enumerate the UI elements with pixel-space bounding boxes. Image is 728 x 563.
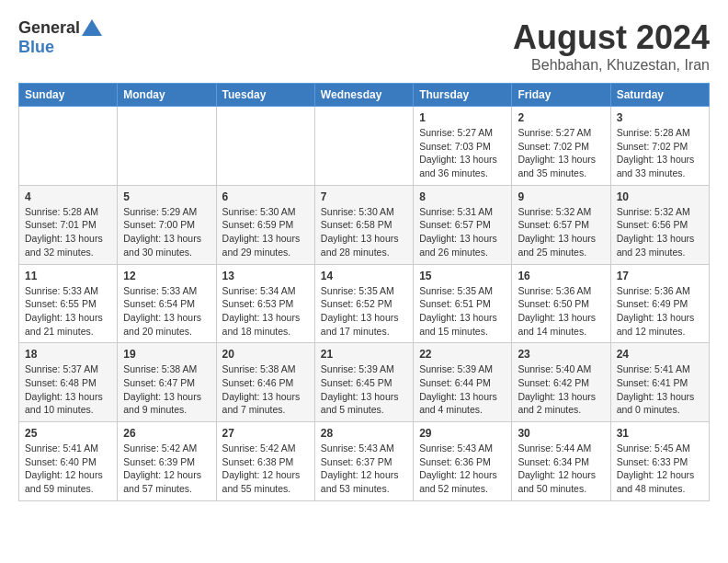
day-info: Sunrise: 5:27 AMSunset: 7:03 PMDaylight:… [419,126,506,180]
day-info: Sunrise: 5:38 AMSunset: 6:47 PMDaylight:… [123,362,210,417]
day-info: Sunrise: 5:39 AMSunset: 6:44 PMDaylight:… [419,362,506,417]
page-header: General Blue August 2024 Behbahan, Khuze… [18,18,710,74]
day-info: Sunrise: 5:43 AMSunset: 6:37 PMDaylight:… [321,442,407,496]
day-number: 21 [321,348,407,361]
day-number: 12 [123,270,210,282]
day-number: 30 [518,427,604,440]
day-info: Sunrise: 5:42 AMSunset: 6:38 PMDaylight:… [222,442,309,496]
day-info: Sunrise: 5:35 AMSunset: 6:51 PMDaylight:… [419,284,506,339]
day-number: 14 [321,270,407,282]
day-info: Sunrise: 5:28 AMSunset: 7:01 PMDaylight:… [25,205,111,259]
day-number: 22 [419,348,506,361]
calendar-cell: 9Sunrise: 5:32 AMSunset: 6:57 PMDaylight… [512,185,610,264]
day-info: Sunrise: 5:29 AMSunset: 7:00 PMDaylight:… [123,205,210,259]
calendar-week-3: 11Sunrise: 5:33 AMSunset: 6:55 PMDayligh… [19,264,710,343]
day-number: 28 [321,427,407,440]
day-info: Sunrise: 5:28 AMSunset: 7:02 PMDaylight:… [617,126,703,180]
day-number: 2 [518,111,604,124]
day-info: Sunrise: 5:38 AMSunset: 6:46 PMDaylight:… [222,362,309,417]
calendar-cell: 27Sunrise: 5:42 AMSunset: 6:38 PMDayligh… [216,422,314,501]
col-thursday: Thursday [414,84,512,107]
day-info: Sunrise: 5:37 AMSunset: 6:48 PMDaylight:… [25,362,111,417]
col-monday: Monday [118,84,216,107]
day-number: 10 [617,190,703,203]
day-number: 23 [518,348,604,361]
calendar-cell: 5Sunrise: 5:29 AMSunset: 7:00 PMDaylight… [118,185,216,264]
col-friday: Friday [512,84,610,107]
day-info: Sunrise: 5:39 AMSunset: 6:45 PMDaylight:… [321,362,407,417]
day-number: 8 [419,190,506,203]
day-number: 25 [25,427,111,440]
calendar-week-5: 25Sunrise: 5:41 AMSunset: 6:40 PMDayligh… [19,422,710,501]
logo-icon [82,19,102,36]
calendar-cell: 26Sunrise: 5:42 AMSunset: 6:39 PMDayligh… [118,422,216,501]
calendar-week-4: 18Sunrise: 5:37 AMSunset: 6:48 PMDayligh… [19,343,710,422]
day-number: 17 [617,270,703,282]
day-info: Sunrise: 5:40 AMSunset: 6:42 PMDaylight:… [518,362,604,417]
day-number: 15 [419,270,506,282]
day-number: 20 [222,348,309,361]
calendar-cell: 31Sunrise: 5:45 AMSunset: 6:33 PMDayligh… [610,422,709,501]
day-info: Sunrise: 5:36 AMSunset: 6:49 PMDaylight:… [617,284,703,339]
calendar-cell: 29Sunrise: 5:43 AMSunset: 6:36 PMDayligh… [414,422,512,501]
calendar-cell: 11Sunrise: 5:33 AMSunset: 6:55 PMDayligh… [19,264,118,343]
day-info: Sunrise: 5:35 AMSunset: 6:52 PMDaylight:… [321,284,407,339]
day-info: Sunrise: 5:43 AMSunset: 6:36 PMDaylight:… [419,442,506,496]
day-number: 31 [617,427,703,440]
calendar-header-row: Sunday Monday Tuesday Wednesday Thursday… [19,84,710,107]
calendar-week-1: 1Sunrise: 5:27 AMSunset: 7:03 PMDaylight… [19,107,710,186]
col-wednesday: Wednesday [314,84,413,107]
calendar-cell: 13Sunrise: 5:34 AMSunset: 6:53 PMDayligh… [216,264,314,343]
calendar-week-2: 4Sunrise: 5:28 AMSunset: 7:01 PMDaylight… [19,185,710,264]
calendar-title: August 2024 [513,18,710,57]
day-info: Sunrise: 5:27 AMSunset: 7:02 PMDaylight:… [518,126,604,180]
calendar-cell [314,107,413,186]
calendar-cell: 2Sunrise: 5:27 AMSunset: 7:02 PMDaylight… [512,107,610,186]
day-number: 26 [123,427,210,440]
calendar-cell: 23Sunrise: 5:40 AMSunset: 6:42 PMDayligh… [512,343,610,422]
day-number: 24 [617,348,703,361]
calendar-cell: 8Sunrise: 5:31 AMSunset: 6:57 PMDaylight… [414,185,512,264]
calendar-cell: 1Sunrise: 5:27 AMSunset: 7:03 PMDaylight… [414,107,512,186]
day-info: Sunrise: 5:42 AMSunset: 6:39 PMDaylight:… [123,442,210,496]
calendar-location: Behbahan, Khuzestan, Iran [513,57,710,74]
day-info: Sunrise: 5:41 AMSunset: 6:40 PMDaylight:… [25,442,111,496]
day-number: 3 [617,111,703,124]
svg-marker-0 [82,19,102,36]
day-number: 27 [222,427,309,440]
logo-blue-text: Blue [18,38,54,57]
day-info: Sunrise: 5:30 AMSunset: 6:59 PMDaylight:… [222,205,309,259]
calendar-cell: 28Sunrise: 5:43 AMSunset: 6:37 PMDayligh… [314,422,413,501]
day-number: 16 [518,270,604,282]
day-number: 7 [321,190,407,203]
calendar-cell: 22Sunrise: 5:39 AMSunset: 6:44 PMDayligh… [414,343,512,422]
day-info: Sunrise: 5:32 AMSunset: 6:56 PMDaylight:… [617,205,703,259]
calendar-table: Sunday Monday Tuesday Wednesday Thursday… [18,83,710,501]
col-saturday: Saturday [610,84,709,107]
day-info: Sunrise: 5:41 AMSunset: 6:41 PMDaylight:… [617,362,703,417]
day-number: 13 [222,270,309,282]
title-block: August 2024 Behbahan, Khuzestan, Iran [513,18,710,74]
calendar-cell: 25Sunrise: 5:41 AMSunset: 6:40 PMDayligh… [19,422,118,501]
logo-general-text: General [18,18,80,38]
day-number: 11 [25,270,111,282]
calendar-cell: 16Sunrise: 5:36 AMSunset: 6:50 PMDayligh… [512,264,610,343]
day-number: 19 [123,348,210,361]
calendar-cell: 30Sunrise: 5:44 AMSunset: 6:34 PMDayligh… [512,422,610,501]
calendar-cell: 17Sunrise: 5:36 AMSunset: 6:49 PMDayligh… [610,264,709,343]
day-number: 1 [419,111,506,124]
calendar-cell: 3Sunrise: 5:28 AMSunset: 7:02 PMDaylight… [610,107,709,186]
day-info: Sunrise: 5:33 AMSunset: 6:55 PMDaylight:… [25,284,111,339]
calendar-cell: 21Sunrise: 5:39 AMSunset: 6:45 PMDayligh… [314,343,413,422]
calendar-cell [216,107,314,186]
day-info: Sunrise: 5:33 AMSunset: 6:54 PMDaylight:… [123,284,210,339]
day-info: Sunrise: 5:36 AMSunset: 6:50 PMDaylight:… [518,284,604,339]
calendar-cell: 19Sunrise: 5:38 AMSunset: 6:47 PMDayligh… [118,343,216,422]
day-info: Sunrise: 5:32 AMSunset: 6:57 PMDaylight:… [518,205,604,259]
calendar-cell: 24Sunrise: 5:41 AMSunset: 6:41 PMDayligh… [610,343,709,422]
calendar-cell: 14Sunrise: 5:35 AMSunset: 6:52 PMDayligh… [314,264,413,343]
calendar-cell: 10Sunrise: 5:32 AMSunset: 6:56 PMDayligh… [610,185,709,264]
day-number: 9 [518,190,604,203]
day-number: 18 [25,348,111,361]
day-number: 6 [222,190,309,203]
